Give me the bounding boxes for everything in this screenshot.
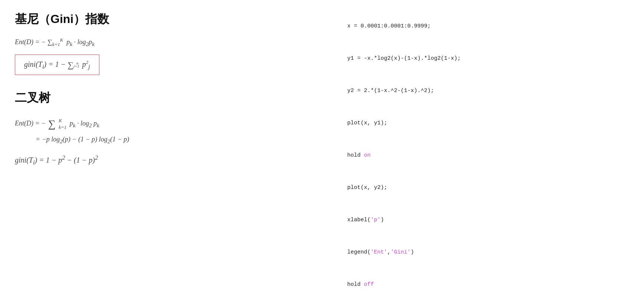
code-legend: legend('Ent','Gini') <box>334 237 527 267</box>
title-binary-tree: 二叉树 <box>15 90 312 106</box>
code-plot2: plot(x, y2); <box>334 173 527 203</box>
code-block: x = 0.0001:0.0001:0.9999; <box>334 11 527 41</box>
code-hold-on: hold on <box>334 140 527 170</box>
formula-gini-2: gini(Ti) = 1 − p2 − (1 − p)2 <box>15 154 312 166</box>
code-hold-off: hold off <box>334 270 527 294</box>
right-panel: x = 0.0001:0.0001:0.9999; y1 = -x.*log2(… <box>334 11 527 294</box>
code-y1: y1 = -x.*log2(x)-(1-x).*log2(1-x); <box>334 43 527 74</box>
formula-gini-boxed: gini(Ti) = 1 − ∑j=1n p2j <box>15 55 99 75</box>
formula-entropy-1: Ent(D) = − ∑k=1K pk · log2pk <box>15 36 312 49</box>
code-plot1: plot(x, y1); <box>334 108 527 138</box>
code-xlabel: xlabel('p') <box>334 205 527 235</box>
left-panel: 基尼（Gini）指数 Ent(D) = − ∑k=1K pk · log2pk … <box>15 11 334 294</box>
title-gini: 基尼（Gini）指数 <box>15 11 312 27</box>
formula-entropy-2: Ent(D) = − ∑ Kk=1 pk · log2 pk = −p log2… <box>15 117 312 147</box>
code-y2: y2 = 2.*(1-x.^2-(1-x).^2); <box>334 76 527 106</box>
